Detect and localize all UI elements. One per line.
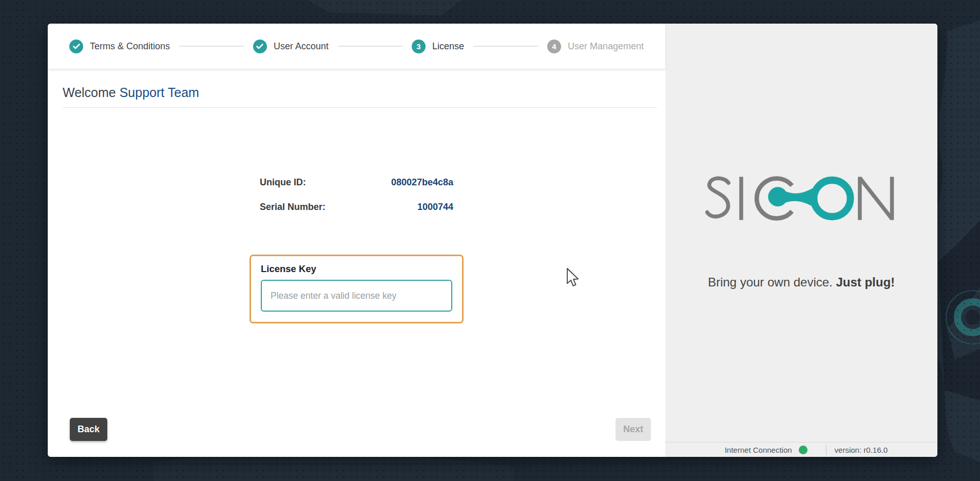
brand-side-panel: Bring your own device. Just plug! Intern…: [665, 24, 937, 457]
page-title: Welcome Support Team: [63, 85, 657, 108]
license-key-highlight-box: License Key: [249, 255, 464, 323]
step-label-user-account: User Account: [274, 41, 329, 52]
license-key-label: License Key: [261, 263, 452, 275]
stepper-step-terms[interactable]: Terms & Conditions: [69, 40, 170, 53]
step-label-terms: Terms & Conditions: [90, 41, 170, 52]
stepper-connector: [179, 46, 244, 47]
back-button[interactable]: Back: [70, 418, 107, 441]
license-key-input[interactable]: [261, 280, 452, 312]
tagline-regular: Bring your own device.: [708, 275, 836, 289]
welcome-prefix: Welcome: [63, 85, 120, 100]
sicon-logo: [705, 174, 897, 223]
step-check-icon: [253, 40, 267, 53]
step-label-license: License: [432, 41, 464, 52]
status-divider: [826, 445, 827, 455]
wizard-main-panel: Terms & Conditions User Account 3 Licens…: [48, 24, 665, 457]
stepper-step-user-management[interactable]: 4 User Management: [547, 40, 644, 53]
stepper-step-user-account[interactable]: User Account: [253, 40, 329, 53]
step-check-icon: [69, 40, 83, 53]
brand-tagline: Bring your own device. Just plug!: [708, 275, 895, 290]
internet-connection-label: Internet Connection: [725, 446, 792, 454]
step-label-user-management: User Management: [568, 41, 644, 52]
welcome-user-name: Support Team: [120, 85, 199, 100]
tagline-bold: Just plug!: [836, 275, 895, 289]
unique-id-label: Unique ID:: [260, 177, 306, 188]
wizard-stepper: Terms & Conditions User Account 3 Licens…: [48, 24, 665, 69]
stepper-step-license[interactable]: 3 License: [412, 40, 464, 53]
version-label: version: r0.16.0: [835, 446, 888, 454]
unique-id-row: Unique ID: 080027be4c8a: [249, 177, 464, 188]
serial-number-value: 1000744: [417, 202, 453, 213]
serial-number-label: Serial Number:: [260, 202, 325, 213]
step-number-badge: 4: [547, 40, 561, 53]
connection-status-icon: [799, 446, 808, 454]
status-bar: Internet Connection version: r0.16.0: [665, 442, 937, 457]
unique-id-value: 080027be4c8a: [391, 177, 453, 188]
wizard-footer: Back Next: [48, 418, 665, 457]
device-info-block: Unique ID: 080027be4c8a Serial Number: 1…: [249, 177, 464, 226]
stepper-connector: [338, 46, 402, 47]
setup-wizard-card: Terms & Conditions User Account 3 Licens…: [48, 24, 937, 457]
stepper-connector: [473, 46, 538, 47]
serial-number-row: Serial Number: 1000744: [249, 202, 464, 213]
step-number-badge: 3: [412, 40, 426, 53]
wizard-content: Welcome Support Team Unique ID: 080027be…: [48, 69, 665, 457]
next-button[interactable]: Next: [616, 418, 651, 441]
